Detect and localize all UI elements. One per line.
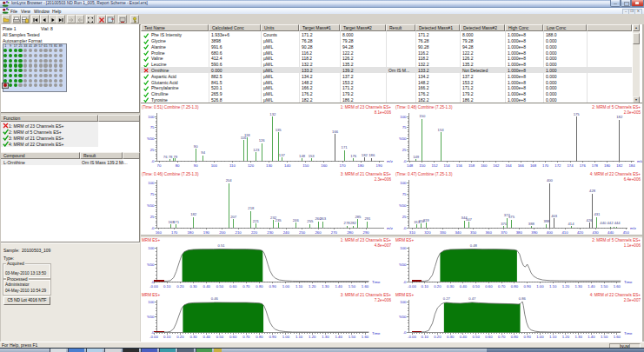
svg-text:1.60: 1.60 bbox=[362, 284, 369, 289]
svg-text:126: 126 bbox=[259, 138, 266, 143]
svg-text:0.27: 0.27 bbox=[443, 296, 451, 301]
svg-text:270: 270 bbox=[331, 230, 338, 235]
svg-text:426: 426 bbox=[587, 218, 594, 222]
svg-text:2.0e+005: 2.0e+005 bbox=[624, 110, 641, 115]
svg-text:180: 180 bbox=[604, 163, 611, 168]
svg-text:166: 166 bbox=[332, 130, 339, 134]
svg-text:174: 174 bbox=[567, 163, 574, 168]
svg-text:370: 370 bbox=[501, 230, 508, 235]
svg-text:1.50: 1.50 bbox=[349, 284, 356, 289]
svg-text:148: 148 bbox=[299, 154, 306, 158]
svg-text:150: 150 bbox=[302, 163, 309, 168]
svg-text:190: 190 bbox=[376, 163, 383, 168]
svg-text:400: 400 bbox=[547, 178, 554, 183]
svg-text:440: 440 bbox=[607, 230, 614, 235]
svg-text:MRM ES+: MRM ES+ bbox=[395, 238, 414, 242]
svg-text:132: 132 bbox=[269, 112, 276, 116]
svg-text:100: 100 bbox=[148, 115, 155, 119]
svg-text:184: 184 bbox=[628, 163, 635, 168]
svg-text:172: 172 bbox=[554, 163, 561, 168]
svg-text:1.50: 1.50 bbox=[601, 335, 608, 339]
svg-text:%50: %50 bbox=[147, 203, 155, 208]
svg-text:291: 291 bbox=[364, 216, 371, 221]
svg-text:160: 160 bbox=[156, 230, 163, 235]
svg-text:180: 180 bbox=[358, 163, 365, 168]
svg-text:164: 164 bbox=[506, 163, 513, 168]
svg-text:100: 100 bbox=[400, 300, 407, 304]
svg-text:123: 123 bbox=[253, 148, 260, 152]
svg-text:0.10: 0.10 bbox=[163, 335, 171, 339]
svg-text:%50: %50 bbox=[399, 203, 407, 208]
svg-text:168: 168 bbox=[530, 163, 537, 168]
svg-text:2: MRM of 5 Channels ES+: 2: MRM of 5 Channels ES+ bbox=[592, 238, 641, 242]
svg-text:171: 171 bbox=[342, 145, 349, 149]
svg-text:160: 160 bbox=[481, 163, 488, 168]
svg-text:210: 210 bbox=[236, 230, 242, 235]
svg-text:-0.00: -0.00 bbox=[149, 335, 158, 339]
svg-text:370: 370 bbox=[501, 222, 508, 226]
svg-text:285: 285 bbox=[355, 215, 362, 219]
svg-text:162: 162 bbox=[493, 163, 500, 168]
svg-text:380: 380 bbox=[516, 230, 523, 235]
svg-text:0.46: 0.46 bbox=[211, 296, 219, 301]
svg-text:250: 250 bbox=[299, 230, 306, 235]
svg-text:-0: -0 bbox=[403, 280, 407, 284]
svg-text:176: 176 bbox=[350, 154, 357, 158]
svg-text:-0.00: -0.00 bbox=[408, 284, 416, 289]
svg-text:0.40: 0.40 bbox=[203, 335, 211, 339]
svg-text:25: 25 bbox=[402, 148, 407, 152]
svg-text:0.60: 0.60 bbox=[229, 335, 237, 339]
svg-text:260: 260 bbox=[315, 230, 322, 235]
svg-text:0.30: 0.30 bbox=[447, 335, 455, 339]
svg-text:240: 240 bbox=[283, 230, 290, 235]
svg-text:390: 390 bbox=[531, 230, 538, 235]
svg-text:100: 100 bbox=[400, 246, 407, 250]
svg-text:310: 310 bbox=[409, 230, 416, 235]
svg-text:207: 207 bbox=[230, 215, 237, 219]
svg-text:1.20: 1.20 bbox=[562, 284, 570, 289]
svg-text:25: 25 bbox=[150, 215, 155, 219]
svg-text:100: 100 bbox=[148, 181, 155, 185]
svg-text:1.30: 1.30 bbox=[322, 284, 329, 289]
svg-text:-0: -0 bbox=[403, 330, 407, 335]
svg-text:152: 152 bbox=[431, 163, 438, 168]
svg-text:398: 398 bbox=[543, 219, 550, 223]
svg-text:7.2e+006: 7.2e+006 bbox=[375, 298, 392, 302]
svg-text:Time: Time bbox=[372, 280, 381, 284]
svg-text:0.50: 0.50 bbox=[216, 284, 224, 289]
svg-text:180: 180 bbox=[187, 230, 194, 235]
svg-text:110: 110 bbox=[229, 163, 236, 168]
svg-text:MRM ES+: MRM ES+ bbox=[142, 293, 160, 297]
svg-text:1.20: 1.20 bbox=[309, 284, 316, 289]
svg-text:3: MRM of 21 Channels ES+: 3: MRM of 21 Channels ES+ bbox=[341, 172, 392, 176]
svg-text:4: MRM of 22 Channels ES+: 4: MRM of 22 Channels ES+ bbox=[590, 172, 641, 176]
svg-text:100: 100 bbox=[400, 115, 407, 119]
svg-text:150: 150 bbox=[419, 163, 426, 168]
svg-text:m/z: m/z bbox=[387, 159, 393, 163]
svg-text:410: 410 bbox=[561, 230, 568, 235]
svg-text:70: 70 bbox=[157, 163, 162, 168]
svg-text:-0.00: -0.00 bbox=[408, 335, 416, 339]
svg-text:100: 100 bbox=[148, 300, 155, 304]
svg-text:0.10: 0.10 bbox=[163, 284, 171, 289]
svg-text:190: 190 bbox=[203, 230, 210, 235]
svg-text:1.60: 1.60 bbox=[614, 284, 621, 289]
svg-text:Time: Time bbox=[624, 280, 633, 284]
svg-text:m/z: m/z bbox=[630, 226, 636, 230]
svg-text:4.8e+007: 4.8e+007 bbox=[375, 243, 392, 248]
svg-text:0.20: 0.20 bbox=[176, 335, 184, 339]
svg-text:-0: -0 bbox=[403, 226, 407, 230]
svg-text:200: 200 bbox=[219, 230, 226, 235]
svg-text:1.10: 1.10 bbox=[295, 335, 303, 339]
svg-text:2: MRM of 5 Channels ES+: 2: MRM of 5 Channels ES+ bbox=[592, 105, 641, 110]
svg-text:160: 160 bbox=[321, 163, 328, 168]
svg-text:1.40: 1.40 bbox=[335, 284, 342, 289]
svg-text:414: 414 bbox=[568, 222, 575, 226]
svg-text:1.20: 1.20 bbox=[562, 335, 570, 339]
svg-text:0.80: 0.80 bbox=[511, 335, 519, 339]
svg-text:m/z: m/z bbox=[387, 226, 393, 230]
svg-text:1.60: 1.60 bbox=[362, 335, 369, 339]
svg-text:246: 246 bbox=[293, 218, 300, 222]
svg-text:1.30: 1.30 bbox=[574, 284, 582, 289]
svg-text:0.30: 0.30 bbox=[189, 284, 197, 289]
